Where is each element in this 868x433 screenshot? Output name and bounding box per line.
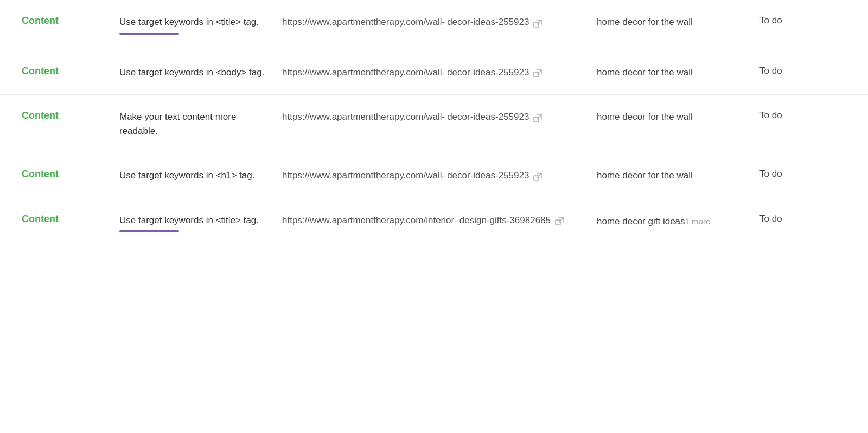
- category-cell: Content: [22, 110, 119, 121]
- table-row: ContentUse target keywords in <body> tag…: [0, 50, 868, 95]
- description-cell: Use target keywords in <title> tag.: [119, 214, 282, 233]
- description-cell: Use target keywords in <body> tag.: [119, 66, 282, 80]
- url-link[interactable]: https://www.apartmenttherapy.com/wall-de…: [282, 15, 542, 29]
- table-row: ContentUse target keywords in <title> ta…: [0, 198, 868, 249]
- category-label: Content: [22, 169, 59, 179]
- category-label: Content: [22, 15, 59, 26]
- recommendations-table: ContentUse target keywords in <title> ta…: [0, 0, 868, 433]
- category-cell: Content: [22, 15, 119, 27]
- external-link-icon: [533, 68, 542, 77]
- url-part2-text: design-gifts-36982685: [459, 214, 551, 228]
- category-label: Content: [22, 214, 59, 224]
- url-line1: https://www.apartmenttherapy.com/wall-: [282, 15, 445, 29]
- category-cell: Content: [22, 169, 119, 180]
- table-row: ContentUse target keywords in <h1> tag.h…: [0, 153, 868, 198]
- description-cell: Use target keywords in <h1> tag.: [119, 169, 282, 183]
- url-line2: decor-ideas-255923: [447, 169, 542, 183]
- underline-indicator: [119, 33, 179, 35]
- url-part2-text: decor-ideas-255923: [447, 15, 529, 29]
- keyword-cell: home decor gift ideas1 more: [597, 214, 760, 229]
- status-cell: To do: [760, 66, 846, 76]
- url-part2-text: decor-ideas-255923: [447, 169, 529, 183]
- external-link-icon: [533, 18, 542, 27]
- status-cell: To do: [760, 169, 846, 179]
- keyword-cell: home decor for the wall: [597, 15, 760, 29]
- url-line1: https://www.apartmenttherapy.com/wall-: [282, 66, 445, 80]
- url-cell[interactable]: https://www.apartmenttherapy.com/wall-de…: [282, 169, 597, 183]
- url-line2: decor-ideas-255923: [447, 66, 542, 80]
- table-row: ContentUse target keywords in <title> ta…: [0, 0, 868, 50]
- url-line1: https://www.apartmenttherapy.com/wall-: [282, 169, 445, 183]
- url-line1: https://www.apartmenttherapy.com/wall-: [282, 110, 445, 124]
- url-cell[interactable]: https://www.apartmenttherapy.com/interio…: [282, 214, 597, 228]
- category-label: Content: [22, 110, 59, 121]
- description-cell: Make your text content more readable.: [119, 110, 282, 138]
- url-cell[interactable]: https://www.apartmenttherapy.com/wall-de…: [282, 110, 597, 124]
- category-cell: Content: [22, 214, 119, 225]
- url-part2-text: decor-ideas-255923: [447, 110, 529, 124]
- more-keywords-link[interactable]: 1 more: [685, 216, 711, 229]
- external-link-icon: [555, 216, 564, 225]
- keyword-cell: home decor for the wall: [597, 169, 760, 183]
- status-cell: To do: [760, 15, 846, 26]
- url-link[interactable]: https://www.apartmenttherapy.com/interio…: [282, 214, 564, 228]
- external-link-icon: [533, 113, 542, 122]
- url-line2: design-gifts-36982685: [459, 214, 564, 228]
- category-label: Content: [22, 66, 59, 76]
- url-link[interactable]: https://www.apartmenttherapy.com/wall-de…: [282, 169, 542, 183]
- description-cell: Use target keywords in <title> tag.: [119, 15, 282, 35]
- url-line1: https://www.apartmenttherapy.com/interio…: [282, 214, 457, 228]
- category-cell: Content: [22, 66, 119, 77]
- url-cell[interactable]: https://www.apartmenttherapy.com/wall-de…: [282, 15, 597, 29]
- url-link[interactable]: https://www.apartmenttherapy.com/wall-de…: [282, 110, 542, 124]
- underline-indicator: [119, 230, 179, 232]
- url-part2-text: decor-ideas-255923: [447, 66, 529, 80]
- keyword-cell: home decor for the wall: [597, 66, 760, 80]
- url-line2: decor-ideas-255923: [447, 15, 542, 29]
- status-cell: To do: [760, 214, 846, 224]
- url-link[interactable]: https://www.apartmenttherapy.com/wall-de…: [282, 66, 542, 80]
- external-link-icon: [533, 172, 542, 180]
- url-cell[interactable]: https://www.apartmenttherapy.com/wall-de…: [282, 66, 597, 80]
- status-cell: To do: [760, 110, 846, 121]
- table-row: ContentMake your text content more reada…: [0, 95, 868, 153]
- url-line2: decor-ideas-255923: [447, 110, 542, 124]
- keyword-cell: home decor for the wall: [597, 110, 760, 124]
